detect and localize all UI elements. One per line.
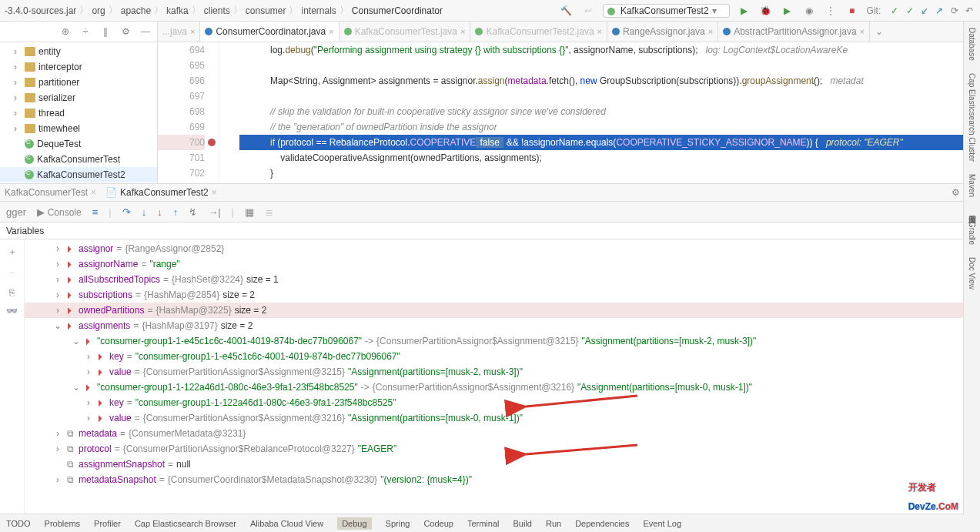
tree-item-partitioner[interactable]: ›partitioner <box>0 75 157 90</box>
right-rail-cap-elasticsearch-cluster[interactable]: Cap Elasticsearch Cluster <box>968 73 976 162</box>
toolwindow-tab-run[interactable]: Run <box>546 519 561 528</box>
more-tabs-icon[interactable]: ⌄ <box>870 22 888 42</box>
toolwindow-tab-todo[interactable]: TODO <box>6 519 31 528</box>
editor-tab[interactable]: KafkaConsumerTest2.java× <box>470 22 607 42</box>
run-to-cursor-icon[interactable]: →| <box>208 206 220 218</box>
close-icon[interactable]: × <box>597 27 602 36</box>
variable-row[interactable]: ›⧉metadata = {ConsumerMetadata@3231} <box>25 426 980 441</box>
run-tab[interactable]: 📄 KafkaConsumerTest2 × <box>105 187 217 198</box>
editor-tab[interactable]: KafkaConsumerTest.java× <box>339 22 471 42</box>
breadcrumb-item[interactable]: org <box>92 5 105 16</box>
toolwindow-tab-build[interactable]: Build <box>513 519 532 528</box>
history-icon[interactable]: ⟳ <box>951 5 958 16</box>
toolwindow-tab-event-log[interactable]: Event Log <box>644 519 682 528</box>
right-rail-maven[interactable]: Maven <box>968 174 976 197</box>
drop-frame-icon[interactable]: ↯ <box>189 206 197 218</box>
toolwindow-tab-codeup[interactable]: Codeup <box>423 519 453 528</box>
push-icon[interactable]: ↗ <box>935 5 943 16</box>
tree-item-timewheel[interactable]: ›timewheel <box>0 121 157 136</box>
toolwindow-tab-spring[interactable]: Spring <box>386 519 410 528</box>
toolwindow-tab-alibaba-cloud-view[interactable]: Alibaba Cloud View <box>250 519 323 528</box>
debug-icon[interactable]: 🐞 <box>759 4 773 18</box>
copy-icon[interactable]: ⎘ <box>9 287 15 298</box>
variable-row[interactable]: ⌄⏵assignments = {HashMap@3197} size = 2 <box>25 318 980 333</box>
force-step-into-icon[interactable]: ↓ <box>157 206 162 218</box>
editor-tab[interactable]: RangeAssignor.java× <box>607 22 718 42</box>
variable-row[interactable]: ›⏵subscriptions = {HashMap@2854} size = … <box>25 287 980 303</box>
divide-icon[interactable]: ÷ <box>79 25 92 38</box>
vcs-icon[interactable]: ✓ <box>906 5 914 16</box>
hammer-icon[interactable]: 🔨 <box>560 4 574 18</box>
rollback-icon[interactable]: ↶ <box>965 5 973 16</box>
close-icon[interactable]: × <box>329 27 333 36</box>
code-editor[interactable]: log.debug("Performing assignment using s… <box>219 42 980 183</box>
variable-row[interactable]: ›⧉metadataSnapshot = {ConsumerCoordinato… <box>25 472 980 487</box>
breadcrumb-item[interactable]: consumer <box>246 5 286 16</box>
tree-item-KafkaConsumerTest[interactable]: KafkaConsumerTest <box>0 152 157 167</box>
attach-icon[interactable]: ⋮ <box>824 4 838 18</box>
variable-row[interactable]: ›⏵assignorName = "range" <box>25 256 980 272</box>
tree-item-interceptor[interactable]: ›interceptor <box>0 59 157 75</box>
coverage-icon[interactable]: ▶ <box>781 4 794 18</box>
right-rail-gradle[interactable]: Gradle <box>968 222 976 245</box>
right-rail-database[interactable]: Database <box>968 28 976 61</box>
toolwindow-tab-cap-elasticsearch-browser[interactable]: Cap Elasticsearch Browser <box>135 519 236 528</box>
debugger-tab[interactable]: gger <box>6 206 26 218</box>
profile-icon[interactable]: ◉ <box>802 4 816 18</box>
close-icon[interactable]: × <box>460 27 465 36</box>
variable-row[interactable]: ›⏵allSubscribedTopics = {HashSet@3224} s… <box>25 272 980 287</box>
breadcrumb-item[interactable]: internals <box>301 5 336 16</box>
tree-item-entity[interactable]: ›entity <box>0 44 157 59</box>
editor-tab[interactable]: ConsumerCoordinator.java× <box>200 22 339 42</box>
threads-icon[interactable]: ≡ <box>92 206 99 218</box>
toolwindow-tab-profiler[interactable]: Profiler <box>94 519 121 528</box>
close-icon[interactable]: × <box>860 27 865 36</box>
variable-row[interactable]: ›⏵assignor = {RangeAssignor@2852} <box>25 241 980 256</box>
step-out-icon[interactable]: ↑ <box>173 206 179 218</box>
tree-item-serializer[interactable]: ›serializer <box>0 90 157 105</box>
editor-tab[interactable]: ...java× <box>158 22 200 42</box>
tree-item-DequeTest[interactable]: DequeTest <box>0 136 157 152</box>
gear-icon[interactable]: ⚙ <box>952 187 960 198</box>
run-config-selector[interactable]: KafkaConsumerTest2▾ <box>603 4 730 18</box>
target-icon[interactable]: ⊕ <box>59 25 72 38</box>
close-icon[interactable]: × <box>212 187 217 198</box>
hide-icon[interactable]: — <box>139 25 152 38</box>
stop-icon[interactable]: ■ <box>845 4 859 18</box>
close-icon[interactable]: × <box>91 187 96 198</box>
variable-row[interactable]: ›⧉protocol = {ConsumerPartitionAssignor$… <box>25 441 980 457</box>
editor-tab[interactable]: AbstractPartitionAssignor.java× <box>718 22 870 42</box>
breadcrumb-item[interactable]: -3.4.0-sources.jar <box>5 5 76 16</box>
run-icon[interactable]: ▶ <box>738 4 751 18</box>
commit-icon[interactable]: ✓ <box>891 5 898 16</box>
right-rail-doc-view[interactable]: Doc View <box>968 257 976 289</box>
breadcrumb-item[interactable]: kafka <box>166 5 189 16</box>
variable-row[interactable]: ›⏵key = "consumer-group1-1-e45c1c6c-4001… <box>25 349 980 364</box>
run-tab[interactable]: KafkaConsumerTest × <box>5 187 96 198</box>
breadcrumb-item[interactable]: apache <box>121 5 151 16</box>
variable-row[interactable]: ⧉assignmentSnapshot = null <box>25 457 980 472</box>
back-icon[interactable]: ↩ <box>581 4 595 18</box>
add-watch-icon[interactable]: ＋ <box>8 246 17 259</box>
breadcrumb-item[interactable]: ConsumerCoordinator <box>352 5 443 16</box>
close-icon[interactable]: × <box>190 27 195 36</box>
glasses-icon[interactable]: 👓 <box>6 306 18 316</box>
close-icon[interactable]: × <box>708 27 713 36</box>
variable-row[interactable]: ›⏵value = {ConsumerPartitionAssignor$Ass… <box>25 364 980 380</box>
toolwindow-tab-problems[interactable]: Problems <box>45 519 80 528</box>
variable-row[interactable]: ⌄⏵"consumer-group1-1-e45c1c6c-4001-4019-… <box>25 333 980 349</box>
gear-icon[interactable]: ⚙ <box>119 25 132 38</box>
breadcrumb-item[interactable]: clients <box>204 5 230 16</box>
toolwindow-tab-debug[interactable]: Debug <box>337 517 371 530</box>
tree-item-KafkaConsumerTest2[interactable]: KafkaConsumerTest2 <box>0 167 157 182</box>
step-over-icon[interactable]: ↷ <box>122 206 131 218</box>
sort-icon[interactable]: ‖ <box>99 25 112 38</box>
tree-item-thread[interactable]: ›thread <box>0 105 157 121</box>
variable-row[interactable]: ›⏵key = "consumer-group1-1-122a46d1-080c… <box>25 395 980 410</box>
variable-row[interactable]: ⌄⏵"consumer-group1-1-122a46d1-080c-46e3-… <box>25 380 980 395</box>
variable-row[interactable]: ›⏵ownedPartitions = {HashMap@3225} size … <box>25 303 980 318</box>
step-into-icon[interactable]: ↓ <box>142 206 147 218</box>
evaluate-icon[interactable]: ▦ <box>245 206 254 218</box>
toolwindow-tab-terminal[interactable]: Terminal <box>467 519 500 528</box>
toolwindow-tab-dependencies[interactable]: Dependencies <box>575 519 629 528</box>
